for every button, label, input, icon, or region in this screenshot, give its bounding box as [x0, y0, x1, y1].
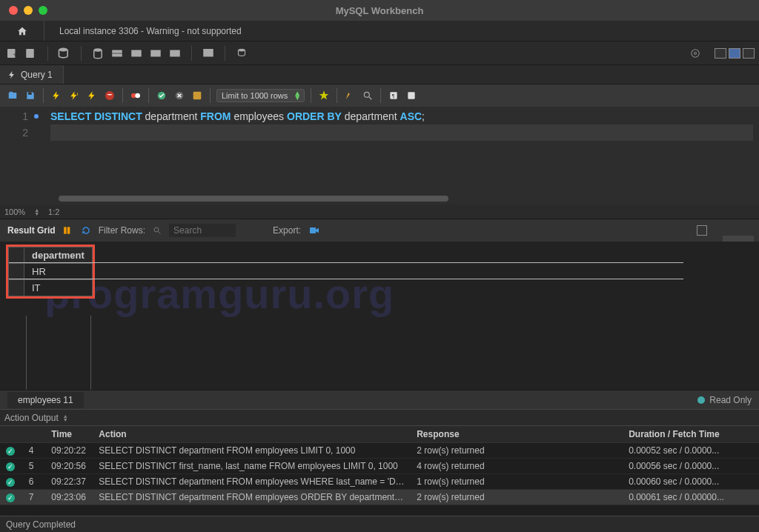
row-index: 5 — [23, 459, 46, 474]
gear-icon[interactable] — [688, 46, 703, 61]
explain-icon[interactable] — [85, 89, 99, 102]
close-window-button[interactable] — [9, 6, 18, 15]
execute-current-icon[interactable]: I — [67, 89, 81, 102]
home-icon — [16, 26, 28, 36]
result-grid-label: Result Grid — [7, 225, 56, 236]
editor-scrollbar-horizontal[interactable] — [44, 196, 753, 202]
toggle-icon[interactable] — [129, 89, 142, 102]
query-tab[interactable]: Query 1 — [0, 65, 64, 84]
star-icon[interactable] — [317, 89, 331, 102]
action-row[interactable]: ✓ 7 09:23:06 SELECT DISTINCT department … — [0, 490, 759, 505]
row-action: SELECT DISTINCT department FROM employee… — [93, 474, 411, 490]
maximize-window-button[interactable] — [39, 6, 47, 15]
column-header-response[interactable]: Response — [411, 426, 623, 443]
autocommit-icon[interactable] — [190, 89, 204, 102]
new-query-icon[interactable] — [24, 46, 39, 61]
row-time: 09:22:37 — [45, 474, 93, 490]
search-icon — [153, 226, 162, 235]
editor-code[interactable]: SELECT DISTINCT department FROM employee… — [44, 107, 759, 205]
svg-line-24 — [369, 97, 372, 100]
row-index: 6 — [23, 474, 46, 490]
svg-rect-29 — [67, 227, 70, 233]
row-index: 4 — [23, 443, 46, 459]
table-row[interactable]: IT — [9, 280, 93, 296]
keyword-order: ORDER — [287, 110, 325, 122]
row-duration: 0.00052 sec / 0.0000... — [623, 443, 759, 459]
action-output-label: Action Output — [4, 413, 59, 423]
rollback-icon[interactable] — [173, 89, 186, 102]
cell-value[interactable]: HR — [24, 264, 93, 280]
export-icon[interactable] — [308, 225, 320, 236]
row-limit-select[interactable]: Limit to 1000 rows ▲▼ — [216, 89, 305, 102]
editor-gutter: 1 2 — [0, 107, 44, 205]
schema-icon-4[interactable] — [148, 46, 163, 61]
action-output-dropdown[interactable]: Action Output ▲▼ — [4, 413, 68, 423]
svg-point-19 — [135, 93, 140, 99]
snippet-icon-2[interactable] — [405, 89, 418, 102]
schema-icon-1[interactable] — [90, 46, 105, 61]
toolbar-separator — [81, 46, 82, 61]
line-number: 2 — [22, 124, 28, 141]
svg-rect-17 — [107, 94, 111, 95]
save-icon[interactable] — [24, 89, 37, 102]
keyword-asc: ASC — [400, 110, 422, 122]
refresh-icon[interactable] — [81, 225, 91, 236]
query-tab-label: Query 1 — [21, 70, 53, 80]
keyword-from: FROM — [200, 110, 231, 122]
schema-icon-3[interactable] — [129, 46, 144, 61]
column-header-time[interactable]: Time — [45, 426, 93, 443]
schema-icon-2[interactable] — [110, 46, 125, 61]
grid-toggle-icon[interactable] — [63, 225, 73, 236]
row-time: 09:20:22 — [45, 443, 93, 459]
panel-toggle-bottom[interactable] — [729, 48, 740, 59]
open-file-icon[interactable] — [6, 89, 19, 102]
home-tab[interactable] — [0, 21, 44, 41]
action-row[interactable]: ✓ 5 09:20:56 SELECT DISTINCT first_name,… — [0, 459, 759, 474]
panel-toggle-right[interactable] — [743, 48, 755, 59]
filter-search-input[interactable] — [169, 224, 236, 237]
status-ok-icon: ✓ — [6, 462, 15, 471]
action-row[interactable]: ✓ 4 09:20:22 SELECT DISTINCT department … — [0, 443, 759, 459]
result-toolbar: Result Grid Filter Rows: Export: — [0, 219, 759, 242]
db-add-icon[interactable] — [57, 46, 72, 61]
table-row[interactable]: HR — [9, 264, 93, 280]
export-label: Export: — [273, 225, 301, 236]
new-sql-tab-icon[interactable]: + — [4, 46, 19, 61]
sql-editor[interactable]: 1 2 SELECT DISTINCT department FROM empl… — [0, 107, 759, 205]
line-marker-icon — [34, 114, 39, 119]
sql-icon[interactable] — [201, 46, 216, 61]
beautify-icon[interactable] — [343, 89, 357, 102]
schema-icon-5[interactable] — [168, 46, 182, 61]
cell-value[interactable]: IT — [24, 280, 93, 296]
svg-rect-22 — [193, 92, 202, 100]
minimize-window-button[interactable] — [24, 6, 33, 15]
column-header-action[interactable]: Action — [93, 426, 411, 443]
identifier: department — [145, 110, 198, 122]
zoom-stepper[interactable]: ▲▼ — [34, 208, 39, 216]
result-table[interactable]: department HR IT — [8, 247, 93, 296]
stop-icon[interactable] — [103, 89, 116, 102]
panel-toggle-left[interactable] — [715, 48, 726, 59]
status-ok-icon: ✓ — [6, 447, 15, 456]
column-header-duration[interactable]: Duration / Fetch Time — [623, 426, 759, 443]
keyword-by: BY — [327, 110, 341, 122]
svg-rect-2 — [26, 49, 34, 58]
migrate-icon[interactable] — [234, 46, 249, 61]
editor-status-bar: 100% ▲▼ 1:2 — [0, 205, 759, 219]
svg-point-23 — [365, 92, 370, 97]
action-output-header: Action Output ▲▼ — [0, 409, 759, 425]
window-title: MySQL Workbench — [336, 5, 424, 16]
svg-rect-28 — [64, 227, 67, 233]
snippet-icon-1[interactable]: ¶ — [387, 89, 400, 102]
result-tab[interactable]: employees 11 — [7, 392, 84, 408]
main-toolbar: + — [0, 41, 759, 65]
commit-icon[interactable] — [155, 89, 168, 102]
action-row[interactable]: ✓ 6 09:22:37 SELECT DISTINCT department … — [0, 474, 759, 490]
svg-line-31 — [159, 232, 161, 234]
find-icon[interactable] — [361, 89, 374, 102]
maximize-result-icon[interactable] — [697, 225, 707, 236]
column-header[interactable]: department — [24, 247, 93, 264]
execute-all-icon[interactable] — [50, 89, 63, 102]
dropdown-arrows-icon: ▲▼ — [294, 91, 301, 100]
connection-tab[interactable]: Local instance 3306 - Warning - not supp… — [44, 21, 256, 41]
